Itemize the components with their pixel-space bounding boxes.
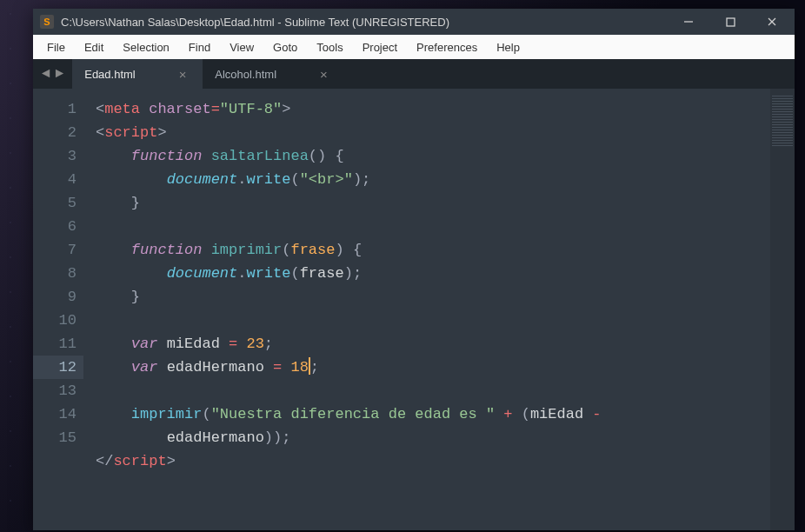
line-number[interactable]: 1 bbox=[33, 97, 77, 121]
menu-tools[interactable]: Tools bbox=[308, 37, 351, 57]
line-number[interactable]: 7 bbox=[33, 238, 77, 262]
tab-history-forward-icon[interactable]: ► bbox=[56, 66, 64, 82]
tab-label: Alcohol.html bbox=[215, 68, 276, 81]
line-number[interactable]: 3 bbox=[33, 144, 77, 168]
line-number[interactable]: 4 bbox=[33, 168, 77, 191]
line-number[interactable]: 8 bbox=[33, 262, 77, 285]
menu-view[interactable]: View bbox=[221, 37, 263, 57]
code-area[interactable]: <meta charset="UTF-8"> <script> function… bbox=[83, 89, 770, 530]
line-number[interactable]: 5 bbox=[33, 191, 77, 215]
tab-label: Edad.html bbox=[84, 68, 136, 81]
line-number[interactable]: 11 bbox=[33, 332, 77, 356]
menu-find[interactable]: Find bbox=[180, 37, 219, 57]
line-number[interactable]: 10 bbox=[33, 309, 77, 332]
line-number[interactable]: 12 bbox=[33, 356, 83, 379]
window-controls bbox=[680, 13, 788, 30]
close-icon[interactable]: × bbox=[179, 67, 187, 82]
menu-help[interactable]: Help bbox=[488, 37, 529, 57]
menu-selection[interactable]: Selection bbox=[114, 37, 177, 57]
menu-edit[interactable]: Edit bbox=[76, 37, 112, 57]
menu-file[interactable]: File bbox=[38, 37, 74, 57]
maximize-button[interactable] bbox=[722, 13, 739, 30]
line-number[interactable]: 2 bbox=[33, 121, 77, 144]
line-number[interactable]: 13 bbox=[33, 379, 77, 402]
line-number[interactable]: 9 bbox=[33, 285, 77, 309]
line-number[interactable]: 15 bbox=[33, 426, 77, 449]
close-icon[interactable]: × bbox=[320, 67, 328, 82]
menu-project[interactable]: Project bbox=[354, 37, 406, 57]
svg-rect-1 bbox=[727, 18, 735, 26]
tab-history-back-icon[interactable]: ◄ bbox=[42, 66, 50, 82]
window-title: C:\Users\Nathan Salas\Desktop\Edad.html … bbox=[61, 16, 449, 29]
app-icon: S bbox=[40, 15, 54, 29]
tabbar: ◄ ► Edad.html × Alcohol.html × bbox=[33, 59, 795, 89]
minimize-button[interactable] bbox=[680, 13, 697, 30]
titlebar[interactable]: S C:\Users\Nathan Salas\Desktop\Edad.htm… bbox=[33, 9, 795, 35]
minimap[interactable] bbox=[770, 89, 795, 530]
line-number[interactable]: 14 bbox=[33, 402, 77, 426]
tab-nav: ◄ ► bbox=[33, 59, 72, 89]
line-number[interactable]: 6 bbox=[33, 215, 77, 238]
tab-edad[interactable]: Edad.html × bbox=[72, 59, 203, 89]
text-cursor bbox=[309, 357, 310, 375]
menu-goto[interactable]: Goto bbox=[264, 37, 306, 57]
menu-preferences[interactable]: Preferences bbox=[408, 37, 486, 57]
sublime-window: S C:\Users\Nathan Salas\Desktop\Edad.htm… bbox=[33, 9, 795, 530]
close-button[interactable] bbox=[763, 13, 781, 30]
line-gutter[interactable]: 123456789101112131415 bbox=[33, 89, 83, 530]
editor: 123456789101112131415 <meta charset="UTF… bbox=[33, 89, 795, 530]
tab-alcohol[interactable]: Alcohol.html × bbox=[203, 59, 340, 89]
menubar: File Edit Selection Find View Goto Tools… bbox=[33, 35, 795, 59]
